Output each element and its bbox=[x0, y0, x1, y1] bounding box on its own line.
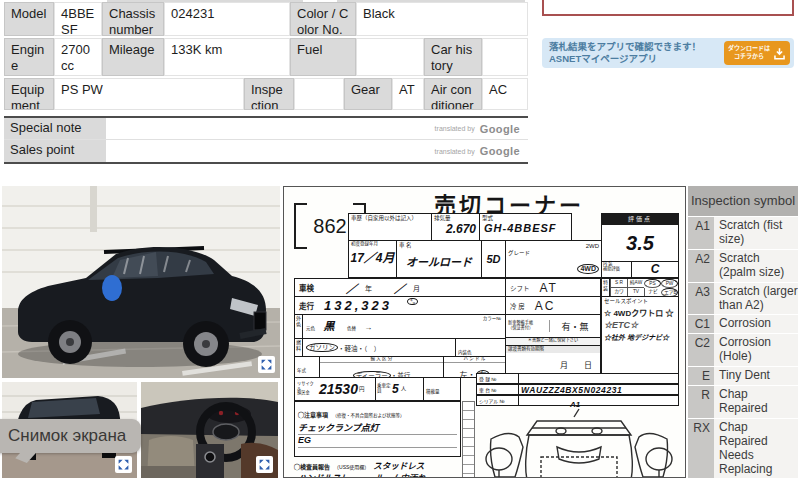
download-button-label: ダウンロードは コチラから bbox=[728, 45, 770, 61]
shaken-box: 車検 ／ 年 ／ 月 bbox=[294, 278, 506, 297]
history-box: 車歴（自家用以外は記入） bbox=[348, 213, 432, 241]
google-logo-text: Google bbox=[480, 123, 520, 135]
download-button[interactable]: ダウンロードは コチラから bbox=[724, 41, 790, 65]
fuel-box: 燃料 ガソリン ・軽油・（ ） 内装色 bbox=[294, 338, 506, 357]
translated-by-text: translated by bbox=[435, 148, 475, 155]
special-note-row: Special note translated by Google bbox=[4, 118, 528, 140]
car-history-value bbox=[482, 38, 528, 76]
spec-row-1: Model 4BBESF Chassis number 024231 Color… bbox=[4, 2, 528, 36]
spec-row-2: Engine 2700cc Mileage 133K km Fuel Car h… bbox=[4, 38, 528, 76]
mileage-label: Mileage bbox=[102, 38, 164, 76]
gear-value: AT bbox=[392, 78, 424, 110]
expand-icon bbox=[258, 458, 271, 471]
fuel-value bbox=[356, 38, 424, 76]
spec-row-3: Equipment PS PW Inspection Gear AT Air c… bbox=[4, 78, 528, 110]
caution-box: ◯注意事項 （修復・不具合箇所および状態等） チェックランプ点灯 EG bbox=[294, 401, 461, 457]
expand-icon bbox=[260, 358, 273, 371]
car-name-box: 車 名 オールロード bbox=[396, 240, 482, 278]
screenshot-tooltip: Снимок экрана bbox=[0, 419, 141, 453]
expand-button[interactable] bbox=[258, 356, 275, 373]
legend-row: C1 Corrosion bbox=[688, 315, 798, 333]
service-book-box: 新車整備手帳 （保証書付） 有・無 bbox=[505, 314, 601, 338]
load-box: 積載量 bbox=[423, 377, 461, 401]
fuel-label: Fuel bbox=[290, 38, 356, 76]
first-registration-box: 初度登録年月 17／4月 bbox=[348, 240, 397, 278]
color-value: Black bbox=[356, 2, 528, 36]
recycle-deposit-box: リサイクル 預託金 21530 円 bbox=[294, 377, 376, 401]
legend-title: Inspection symbol bbox=[688, 186, 798, 216]
chassis-no-row: 車 台 № WAUZZZ4BX5N024231 bbox=[476, 384, 679, 395]
expand-button[interactable] bbox=[256, 456, 273, 473]
car-history-label: Car history bbox=[424, 38, 482, 76]
score-box: 評価点 3.5 内 装 補助評価 C bbox=[601, 213, 679, 278]
translated-by-text: translated by bbox=[435, 125, 475, 132]
score-value: 3.5 bbox=[602, 225, 678, 261]
legend-row: C2 Corrosion (Hole) bbox=[688, 334, 798, 366]
expand-icon bbox=[117, 458, 130, 471]
interior-grade: C bbox=[632, 262, 678, 277]
legend-row: A3 Scratch (larger than A2) bbox=[688, 283, 798, 315]
auction-listing-page: Model 4BBESF Chassis number 024231 Color… bbox=[0, 0, 800, 478]
legend-row: R Chap Repaired bbox=[688, 386, 798, 418]
gear-label: Gear bbox=[344, 78, 392, 110]
options-box: 特装 S R 純AW PS PW カワ TV ナビ エアB bbox=[601, 278, 679, 297]
year-type-box: 年式 bbox=[294, 356, 320, 378]
vehicle-photo-interior[interactable] bbox=[141, 382, 278, 478]
aircon-label: Air conditioner bbox=[424, 78, 482, 110]
damage-diagram-front bbox=[479, 407, 679, 478]
asnet-app-banner[interactable]: 落札結果をアプリで確認できます！ ASNETマイページアプリ ダウンロードは コ… bbox=[542, 38, 794, 68]
score-header: 評価点 bbox=[602, 214, 678, 225]
inspection-legend: Inspection symbol A1 Scratch (fist size)… bbox=[688, 186, 798, 478]
model-label: Model bbox=[4, 2, 54, 36]
download-icon bbox=[773, 47, 786, 60]
legend-row: E Tiny Dent bbox=[688, 367, 798, 385]
engine-label: Engine bbox=[4, 38, 54, 76]
legend-row: A2 Scratch (2palm size) bbox=[688, 250, 798, 282]
shift-box: シフト AT bbox=[505, 278, 601, 297]
exterior-color-box: 外色 元色 黒 色替 → カラー№ bbox=[294, 314, 506, 339]
aircon-value: AC bbox=[482, 78, 528, 110]
mileage-value: 133K km bbox=[164, 38, 290, 76]
sales-point-label: Sales point bbox=[4, 140, 106, 162]
legend-row: RX Chap Repaired Needs Replacing bbox=[688, 419, 798, 478]
chassis-label: Chassis number bbox=[102, 2, 164, 36]
special-note-label: Special note bbox=[4, 118, 106, 139]
vehicle-photo-front-quarter bbox=[2, 186, 280, 378]
equipment-value: PS PW bbox=[54, 78, 244, 110]
auction-sheet: 売切コーナー 862 車歴（自家用以外は記入） 排気量 2.670 型式 GH-… bbox=[283, 186, 686, 478]
doors-box: 5D bbox=[481, 240, 506, 278]
red-outline-box bbox=[542, 0, 794, 16]
banner-line-2: ASNETマイページアプリ bbox=[549, 53, 719, 65]
legend-row: A1 Scratch (fist size) bbox=[688, 217, 798, 249]
inspection-value bbox=[294, 78, 344, 110]
sales-point-value: translated by Google bbox=[106, 140, 528, 162]
cooling-box: 冷 房 AC bbox=[505, 296, 601, 315]
registration-no-row: 登 録 № bbox=[476, 373, 679, 384]
engine-value: 2700cc bbox=[54, 38, 102, 76]
special-note-value: translated by Google bbox=[106, 118, 528, 139]
mileage-box: 走行 132,323 ㌔ マイル bbox=[294, 296, 506, 315]
chassis-value: 024231 bbox=[164, 2, 290, 36]
grade-box: グレード 2WD 4WD bbox=[505, 240, 602, 278]
model-value: 4BBESF bbox=[54, 2, 102, 36]
type-code-box: 型式 GH-4BBESF bbox=[479, 213, 572, 241]
import-class-box: 輸 入 区 分 ディーラー・並行 bbox=[319, 356, 444, 378]
vehicle-photo-main[interactable] bbox=[2, 186, 280, 378]
capacity-box: 乗車定員 5 人 bbox=[375, 377, 424, 401]
inspector-report: ◯検査員報告 （USS使用欄） スタッドレス bbox=[294, 459, 484, 471]
color-label: Color / Color No. bbox=[290, 2, 356, 36]
expand-button[interactable] bbox=[115, 456, 132, 473]
chassis-no-value: WAUZZZ4BX5N024231 bbox=[519, 385, 678, 394]
inspection-label: Inspection bbox=[244, 78, 294, 110]
google-logo-text: Google bbox=[480, 145, 520, 157]
sales-point-row: Sales point translated by Google bbox=[4, 140, 528, 162]
banner-line-1: 落札結果をアプリで確認できます！ bbox=[549, 41, 719, 53]
displacement-box: 排気量 2.670 bbox=[431, 213, 480, 241]
banner-text: 落札結果をアプリで確認できます！ ASNETマイページアプリ bbox=[549, 41, 719, 65]
equipment-label: Equipment bbox=[4, 78, 54, 110]
notes-table: Special note translated by Google Sales … bbox=[4, 116, 528, 164]
